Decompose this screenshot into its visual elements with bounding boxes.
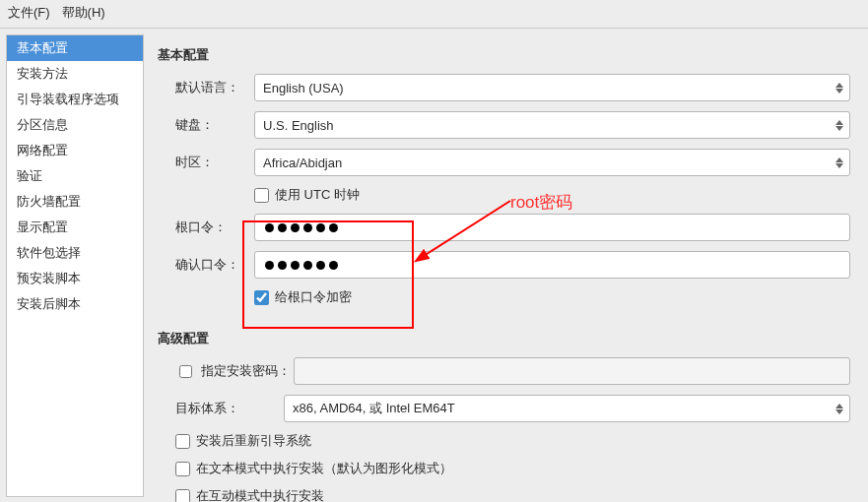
content-area: 基本配置 默认语言： English (USA) 键盘： U.S. Englis… [148, 29, 868, 502]
sidebar-item-bootloader[interactable]: 引导装载程序选项 [7, 87, 143, 112]
select-target-arch-value: x86, AMD64, 或 Intel EM64T [293, 400, 832, 417]
advanced-section-title: 高级配置 [158, 330, 850, 347]
input-root-password[interactable] [254, 214, 850, 241]
sidebar-item-partition[interactable]: 分区信息 [7, 112, 143, 138]
checkbox-encrypt-root[interactable] [254, 290, 269, 305]
spin-icon [832, 83, 847, 94]
menu-file[interactable]: 文件(F) [8, 4, 50, 22]
input-confirm-password[interactable] [254, 251, 850, 279]
label-root-password: 根口令： [175, 219, 254, 236]
label-keyboard: 键盘： [175, 116, 254, 134]
input-install-password[interactable] [294, 357, 850, 385]
label-reboot: 安装后重新引导系统 [196, 432, 311, 450]
label-textmode: 在文本模式中执行安装（默认为图形化模式） [196, 460, 452, 477]
select-target-arch[interactable]: x86, AMD64, 或 Intel EM64T [284, 395, 850, 422]
sidebar-item-preinstall[interactable]: 预安装脚本 [7, 266, 143, 291]
sidebar-item-auth[interactable]: 验证 [7, 163, 143, 189]
select-keyboard[interactable]: U.S. English [254, 111, 850, 139]
sidebar-item-packages[interactable]: 软件包选择 [7, 240, 143, 266]
label-utc: 使用 UTC 时钟 [275, 186, 360, 204]
label-confirm-password: 确认口令： [175, 256, 254, 274]
checkbox-install-password[interactable] [179, 365, 192, 378]
sidebar-item-postinstall[interactable]: 安装后脚本 [7, 291, 143, 317]
label-target-arch: 目标体系： [175, 400, 284, 417]
label-interactive: 在互动模式中执行安装 [196, 487, 324, 502]
spin-icon [832, 120, 847, 131]
select-language[interactable]: English (USA) [254, 74, 850, 101]
label-encrypt-root: 给根口令加密 [275, 288, 352, 306]
checkbox-textmode[interactable] [175, 462, 190, 476]
label-install-password: 指定安装密码： [201, 362, 291, 380]
checkbox-interactive[interactable] [175, 489, 190, 503]
select-keyboard-value: U.S. English [263, 118, 832, 133]
menu-help[interactable]: 帮助(H) [62, 4, 105, 22]
spin-icon [832, 157, 847, 168]
select-timezone-value: Africa/Abidjan [263, 156, 832, 170]
checkbox-utc[interactable] [254, 188, 269, 203]
basic-section-title: 基本配置 [158, 46, 850, 64]
checkbox-reboot[interactable] [175, 434, 190, 449]
label-language: 默认语言： [175, 79, 254, 96]
sidebar: 基本配置 安装方法 引导装载程序选项 分区信息 网络配置 验证 防火墙配置 显示… [6, 34, 144, 497]
sidebar-item-basic-config[interactable]: 基本配置 [7, 35, 143, 61]
sidebar-item-firewall[interactable]: 防火墙配置 [7, 189, 143, 215]
menu-bar: 文件(F) 帮助(H) [0, 0, 868, 29]
select-language-value: English (USA) [263, 81, 832, 95]
sidebar-item-install-method[interactable]: 安装方法 [7, 61, 143, 87]
spin-icon [832, 404, 847, 414]
label-timezone: 时区： [175, 154, 254, 171]
sidebar-item-network[interactable]: 网络配置 [7, 138, 143, 163]
select-timezone[interactable]: Africa/Abidjan [254, 149, 850, 176]
sidebar-item-display[interactable]: 显示配置 [7, 215, 143, 240]
